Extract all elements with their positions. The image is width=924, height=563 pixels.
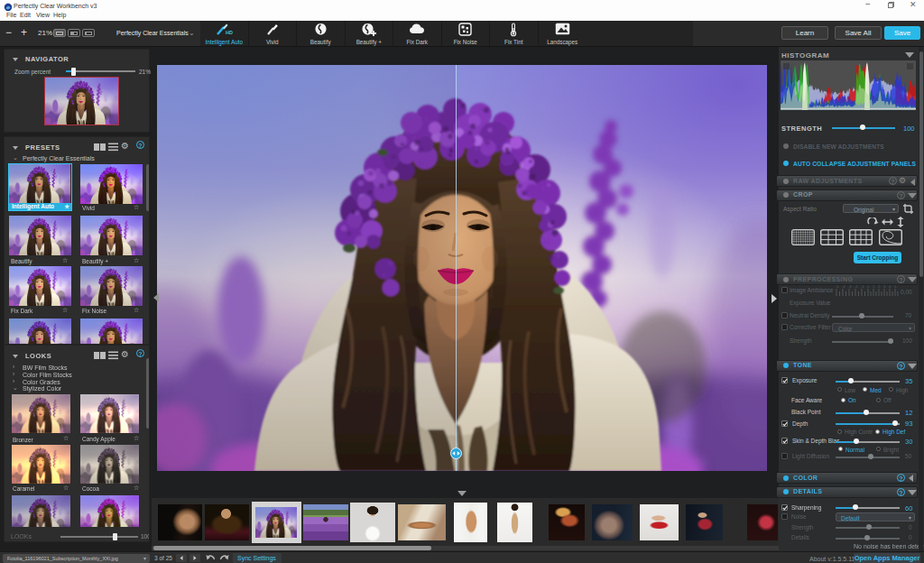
svg-text:-5: -5 xyxy=(836,284,839,289)
svg-text:0: 0 xyxy=(867,284,870,289)
svg-text:1: 1 xyxy=(873,284,875,289)
svg-text:-4: -4 xyxy=(842,284,845,289)
svg-text:5: 5 xyxy=(894,284,897,289)
svg-text:4: 4 xyxy=(889,284,892,289)
svg-text:-1: -1 xyxy=(861,284,864,289)
svg-text:-2: -2 xyxy=(855,284,858,289)
svg-text:-3: -3 xyxy=(848,284,852,289)
svg-text:2: 2 xyxy=(878,284,881,289)
svg-text:3: 3 xyxy=(883,284,886,289)
svg-text:HD: HD xyxy=(226,30,233,35)
